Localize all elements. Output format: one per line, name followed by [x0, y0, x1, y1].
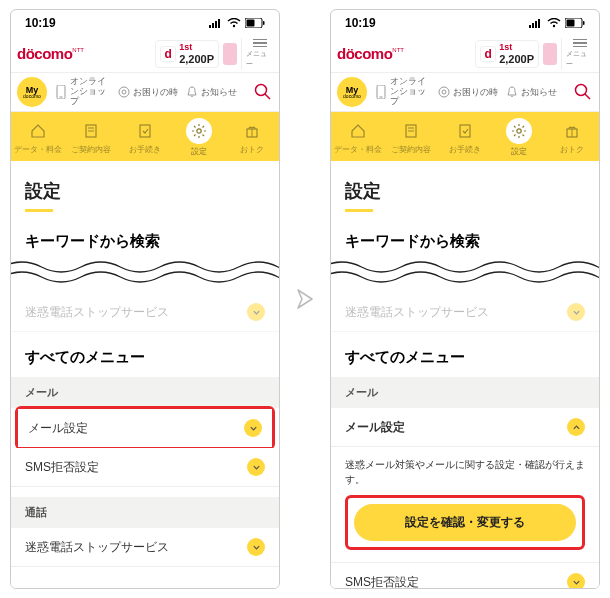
- help-icon: [438, 86, 450, 98]
- row-mail-settings[interactable]: メール設定: [18, 409, 272, 447]
- notifications-link[interactable]: お知らせ: [506, 86, 557, 99]
- hamburger-icon: [573, 39, 587, 48]
- svg-point-39: [516, 129, 520, 133]
- signal-icon: [209, 18, 223, 28]
- d-points[interactable]: d 1st 2,200P: [475, 40, 539, 68]
- chevron-down-icon: [567, 573, 585, 588]
- form-icon: [454, 120, 476, 142]
- svg-rect-38: [460, 125, 470, 137]
- svg-rect-6: [247, 20, 255, 27]
- phone-screen-right: 10:19 döcomoNTT d 1st 2,200P メニュー: [330, 9, 600, 589]
- sub-header: My docomo オンラインショップ お困りの時 お知らせ: [331, 73, 599, 112]
- chevron-down-icon: [244, 419, 262, 437]
- status-icons: [209, 18, 265, 28]
- docomo-logo: döcomoNTT: [17, 45, 84, 63]
- page-title: 設定: [331, 161, 599, 218]
- keyword-search-title: キーワードから検索: [11, 218, 279, 259]
- all-menu-title: すべてのメニュー: [11, 332, 279, 377]
- promo-pill[interactable]: [223, 43, 237, 65]
- svg-point-11: [122, 90, 126, 94]
- chevron-down-icon: [567, 303, 585, 321]
- keyword-search-title: キーワードから検索: [331, 218, 599, 259]
- content-area: 設定 キーワードから検索 迷惑電話ストップサービス すべてのメニュー メール メ…: [11, 161, 279, 588]
- tab-procedures[interactable]: お手続き: [438, 112, 492, 161]
- tab-deals[interactable]: おトク: [545, 112, 599, 161]
- svg-rect-28: [583, 21, 585, 25]
- menu-button[interactable]: メニュー: [241, 38, 273, 70]
- app-header: döcomoNTT d 1st 2,200P メニュー: [11, 36, 279, 73]
- phone-icon: [375, 86, 387, 98]
- category-call: 通話: [11, 497, 279, 528]
- svg-rect-22: [532, 23, 534, 28]
- content-area: 設定 キーワードから検索 迷惑電話ストップサービス すべてのメニュー メール メ…: [331, 161, 599, 588]
- search-icon[interactable]: [573, 82, 593, 102]
- status-bar: 10:19: [331, 10, 599, 36]
- online-shop-link[interactable]: オンラインショップ: [55, 77, 110, 107]
- row-sms-block[interactable]: SMS拒否設定: [331, 563, 599, 588]
- row-sms-block[interactable]: SMS拒否設定: [11, 448, 279, 487]
- phone-screen-left: 10:19 döcomoNTT d 1st 2,200P メニュー: [10, 9, 280, 589]
- tab-bar: データ・料金 ご契約内容 お手続き 設定 おトク: [11, 112, 279, 161]
- status-time: 10:19: [25, 16, 56, 30]
- notifications-link[interactable]: お知らせ: [186, 86, 237, 99]
- transition-arrow: [292, 286, 318, 312]
- help-link[interactable]: お困りの時: [438, 86, 498, 99]
- sub-header: My docomo オンラインショップ お困りの時 お知らせ: [11, 73, 279, 112]
- status-time: 10:19: [345, 16, 376, 30]
- phone-icon: [55, 86, 67, 98]
- confirm-change-button[interactable]: 設定を確認・変更する: [354, 504, 576, 541]
- my-docomo-badge[interactable]: My docomo: [17, 77, 47, 107]
- all-menu-title: すべてのメニュー: [331, 332, 599, 377]
- tab-contract[interactable]: ご契約内容: [65, 112, 119, 161]
- svg-point-12: [256, 85, 267, 96]
- promo-pill[interactable]: [543, 43, 557, 65]
- tab-data[interactable]: データ・料金: [331, 112, 385, 161]
- d-points[interactable]: d 1st 2,200P: [155, 40, 219, 68]
- svg-point-32: [442, 90, 446, 94]
- tab-settings[interactable]: 設定: [172, 112, 226, 161]
- svg-rect-1: [212, 23, 214, 28]
- search-icon[interactable]: [253, 82, 273, 102]
- tab-deals[interactable]: おトク: [225, 112, 279, 161]
- svg-point-10: [119, 87, 129, 97]
- list-row-truncated[interactable]: 迷惑電話ストップサービス: [331, 293, 599, 332]
- home-icon: [347, 120, 369, 142]
- bell-icon: [186, 86, 198, 98]
- svg-point-25: [553, 25, 555, 27]
- document-icon: [400, 120, 422, 142]
- svg-rect-7: [263, 21, 265, 25]
- menu-button[interactable]: メニュー: [561, 38, 593, 70]
- mail-settings-expanded: 迷惑メール対策やメールに関する設定・確認が行えます。 設定を確認・変更する: [331, 447, 599, 563]
- d-badge-icon: d: [160, 46, 176, 62]
- row-mail-settings[interactable]: メール設定: [331, 408, 599, 447]
- bell-icon: [506, 86, 518, 98]
- list-row-truncated[interactable]: 迷惑電話ストップサービス: [11, 293, 279, 332]
- tab-data[interactable]: データ・料金: [11, 112, 65, 161]
- svg-point-18: [196, 129, 200, 133]
- my-docomo-badge[interactable]: My docomo: [337, 77, 367, 107]
- tab-settings[interactable]: 設定: [492, 112, 546, 161]
- gift-icon: [241, 120, 263, 142]
- svg-rect-27: [567, 20, 575, 27]
- signal-icon: [529, 18, 543, 28]
- svg-point-31: [439, 87, 449, 97]
- help-link[interactable]: お困りの時: [118, 86, 178, 99]
- battery-icon: [565, 18, 585, 28]
- row-spam-call[interactable]: 迷惑電話ストップサービス: [11, 528, 279, 567]
- expanded-description: 迷惑メール対策やメールに関する設定・確認が行えます。: [345, 457, 585, 487]
- wifi-icon: [227, 18, 241, 28]
- svg-point-4: [233, 25, 235, 27]
- status-icons: [529, 18, 585, 28]
- chevron-down-icon: [247, 538, 265, 556]
- gear-icon: [506, 118, 532, 144]
- document-icon: [80, 120, 102, 142]
- svg-point-33: [576, 85, 587, 96]
- svg-rect-3: [218, 19, 220, 28]
- wifi-icon: [547, 18, 561, 28]
- online-shop-link[interactable]: オンラインショップ: [375, 77, 430, 107]
- chevron-down-icon: [247, 303, 265, 321]
- chevron-down-icon: [247, 458, 265, 476]
- d-badge-icon: d: [480, 46, 496, 62]
- tab-contract[interactable]: ご契約内容: [385, 112, 439, 161]
- tab-procedures[interactable]: お手続き: [118, 112, 172, 161]
